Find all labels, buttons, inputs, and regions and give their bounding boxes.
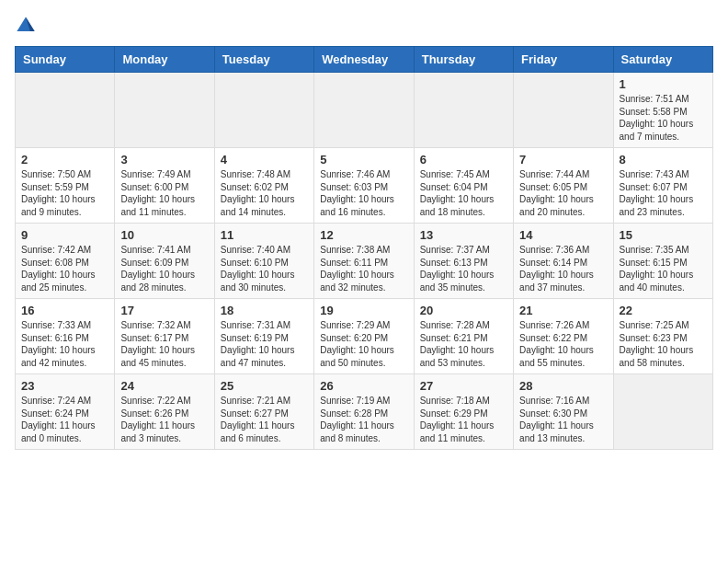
calendar-week-row: 23Sunrise: 7:24 AM Sunset: 6:24 PM Dayli…: [16, 374, 713, 450]
calendar-cell: 20Sunrise: 7:28 AM Sunset: 6:21 PM Dayli…: [414, 299, 513, 374]
day-info: Sunrise: 7:21 AM Sunset: 6:27 PM Dayligh…: [221, 395, 308, 444]
calendar-cell: 11Sunrise: 7:40 AM Sunset: 6:10 PM Dayli…: [214, 224, 313, 299]
day-info: Sunrise: 7:40 AM Sunset: 6:10 PM Dayligh…: [221, 244, 308, 293]
calendar-cell: 8Sunrise: 7:43 AM Sunset: 6:07 PM Daylig…: [613, 148, 712, 224]
day-number: 23: [21, 379, 108, 393]
calendar-cell: 22Sunrise: 7:25 AM Sunset: 6:23 PM Dayli…: [613, 299, 712, 374]
header-saturday: Saturday: [613, 47, 712, 73]
calendar-cell: 6Sunrise: 7:45 AM Sunset: 6:04 PM Daylig…: [414, 148, 513, 224]
calendar-cell: [214, 73, 313, 148]
calendar-table: SundayMondayTuesdayWednesdayThursdayFrid…: [15, 46, 713, 450]
day-info: Sunrise: 7:49 AM Sunset: 6:00 PM Dayligh…: [120, 168, 208, 218]
day-number: 6: [420, 153, 507, 167]
day-number: 24: [120, 379, 208, 393]
calendar-cell: [16, 73, 115, 148]
day-info: Sunrise: 7:43 AM Sunset: 6:07 PM Dayligh…: [620, 168, 707, 218]
day-info: Sunrise: 7:25 AM Sunset: 6:23 PM Dayligh…: [620, 319, 707, 369]
day-info: Sunrise: 7:33 AM Sunset: 6:16 PM Dayligh…: [21, 319, 108, 369]
day-number: 22: [620, 304, 707, 317]
day-number: 7: [519, 153, 607, 167]
calendar-cell: 23Sunrise: 7:24 AM Sunset: 6:24 PM Dayli…: [16, 374, 115, 450]
day-info: Sunrise: 7:31 AM Sunset: 6:19 PM Dayligh…: [221, 319, 308, 369]
day-info: Sunrise: 7:41 AM Sunset: 6:09 PM Dayligh…: [120, 244, 208, 293]
calendar-cell: 18Sunrise: 7:31 AM Sunset: 6:19 PM Dayli…: [214, 299, 313, 374]
day-number: 25: [221, 379, 308, 393]
calendar-cell: 10Sunrise: 7:41 AM Sunset: 6:09 PM Dayli…: [115, 224, 214, 299]
day-number: 19: [320, 304, 407, 317]
calendar-cell: [115, 73, 214, 148]
calendar-cell: 14Sunrise: 7:36 AM Sunset: 6:14 PM Dayli…: [514, 224, 613, 299]
logo-icon: [15, 15, 37, 37]
calendar-cell: 1Sunrise: 7:51 AM Sunset: 5:58 PM Daylig…: [613, 73, 712, 148]
day-number: 27: [420, 379, 507, 393]
day-info: Sunrise: 7:29 AM Sunset: 6:20 PM Dayligh…: [320, 319, 407, 369]
day-number: 28: [519, 379, 607, 393]
day-info: Sunrise: 7:18 AM Sunset: 6:29 PM Dayligh…: [420, 395, 507, 444]
day-number: 11: [221, 228, 308, 242]
day-info: Sunrise: 7:32 AM Sunset: 6:17 PM Dayligh…: [120, 319, 208, 369]
day-info: Sunrise: 7:38 AM Sunset: 6:11 PM Dayligh…: [320, 244, 407, 293]
header-sunday: Sunday: [16, 47, 115, 73]
calendar-cell: 13Sunrise: 7:37 AM Sunset: 6:13 PM Dayli…: [414, 224, 513, 299]
calendar-week-row: 1Sunrise: 7:51 AM Sunset: 5:58 PM Daylig…: [16, 73, 713, 148]
logo: [15, 15, 40, 37]
calendar-week-row: 16Sunrise: 7:33 AM Sunset: 6:16 PM Dayli…: [16, 299, 713, 374]
day-info: Sunrise: 7:48 AM Sunset: 6:02 PM Dayligh…: [221, 168, 308, 218]
day-number: 26: [320, 379, 407, 393]
day-number: 4: [221, 153, 308, 167]
header-thursday: Thursday: [414, 47, 513, 73]
day-number: 14: [519, 228, 607, 242]
calendar-header-row: SundayMondayTuesdayWednesdayThursdayFrid…: [16, 47, 713, 73]
day-number: 1: [620, 77, 707, 91]
calendar-cell: 12Sunrise: 7:38 AM Sunset: 6:11 PM Dayli…: [314, 224, 414, 299]
day-number: 8: [620, 153, 707, 167]
calendar-cell: 24Sunrise: 7:22 AM Sunset: 6:26 PM Dayli…: [115, 374, 214, 450]
header-monday: Monday: [115, 47, 214, 73]
day-info: Sunrise: 7:45 AM Sunset: 6:04 PM Dayligh…: [420, 168, 507, 218]
day-number: 20: [420, 304, 507, 317]
calendar-cell: [613, 374, 712, 450]
day-info: Sunrise: 7:36 AM Sunset: 6:14 PM Dayligh…: [519, 244, 607, 293]
day-number: 21: [519, 304, 607, 317]
day-info: Sunrise: 7:44 AM Sunset: 6:05 PM Dayligh…: [519, 168, 607, 218]
calendar-cell: 27Sunrise: 7:18 AM Sunset: 6:29 PM Dayli…: [414, 374, 513, 450]
calendar-cell: 21Sunrise: 7:26 AM Sunset: 6:22 PM Dayli…: [514, 299, 613, 374]
header-wednesday: Wednesday: [314, 47, 414, 73]
day-info: Sunrise: 7:42 AM Sunset: 6:08 PM Dayligh…: [21, 244, 108, 293]
calendar-week-row: 9Sunrise: 7:42 AM Sunset: 6:08 PM Daylig…: [16, 224, 713, 299]
page-header: [15, 15, 713, 37]
day-info: Sunrise: 7:51 AM Sunset: 5:58 PM Dayligh…: [620, 93, 707, 143]
calendar-cell: [514, 73, 613, 148]
day-number: 2: [21, 153, 108, 167]
calendar-cell: 3Sunrise: 7:49 AM Sunset: 6:00 PM Daylig…: [115, 148, 214, 224]
calendar-cell: 16Sunrise: 7:33 AM Sunset: 6:16 PM Dayli…: [16, 299, 115, 374]
day-info: Sunrise: 7:24 AM Sunset: 6:24 PM Dayligh…: [21, 395, 108, 444]
calendar-week-row: 2Sunrise: 7:50 AM Sunset: 5:59 PM Daylig…: [16, 148, 713, 224]
calendar-cell: 25Sunrise: 7:21 AM Sunset: 6:27 PM Dayli…: [214, 374, 313, 450]
day-number: 3: [120, 153, 208, 167]
calendar-cell: [414, 73, 513, 148]
day-number: 10: [120, 228, 208, 242]
day-number: 16: [21, 304, 108, 317]
day-number: 13: [420, 228, 507, 242]
day-number: 5: [320, 153, 407, 167]
calendar-cell: 5Sunrise: 7:46 AM Sunset: 6:03 PM Daylig…: [314, 148, 414, 224]
day-info: Sunrise: 7:46 AM Sunset: 6:03 PM Dayligh…: [320, 168, 407, 218]
day-number: 15: [620, 228, 707, 242]
calendar-cell: 15Sunrise: 7:35 AM Sunset: 6:15 PM Dayli…: [613, 224, 712, 299]
calendar-cell: 7Sunrise: 7:44 AM Sunset: 6:05 PM Daylig…: [514, 148, 613, 224]
calendar-cell: 28Sunrise: 7:16 AM Sunset: 6:30 PM Dayli…: [514, 374, 613, 450]
day-number: 12: [320, 228, 407, 242]
day-info: Sunrise: 7:37 AM Sunset: 6:13 PM Dayligh…: [420, 244, 507, 293]
day-info: Sunrise: 7:50 AM Sunset: 5:59 PM Dayligh…: [21, 168, 108, 218]
day-number: 17: [120, 304, 208, 317]
calendar-cell: 9Sunrise: 7:42 AM Sunset: 6:08 PM Daylig…: [16, 224, 115, 299]
calendar-cell: 2Sunrise: 7:50 AM Sunset: 5:59 PM Daylig…: [16, 148, 115, 224]
day-info: Sunrise: 7:28 AM Sunset: 6:21 PM Dayligh…: [420, 319, 507, 369]
day-info: Sunrise: 7:26 AM Sunset: 6:22 PM Dayligh…: [519, 319, 607, 369]
calendar-cell: 4Sunrise: 7:48 AM Sunset: 6:02 PM Daylig…: [214, 148, 313, 224]
day-info: Sunrise: 7:22 AM Sunset: 6:26 PM Dayligh…: [120, 395, 208, 444]
day-number: 9: [21, 228, 108, 242]
day-info: Sunrise: 7:19 AM Sunset: 6:28 PM Dayligh…: [320, 395, 407, 444]
calendar-cell: 17Sunrise: 7:32 AM Sunset: 6:17 PM Dayli…: [115, 299, 214, 374]
